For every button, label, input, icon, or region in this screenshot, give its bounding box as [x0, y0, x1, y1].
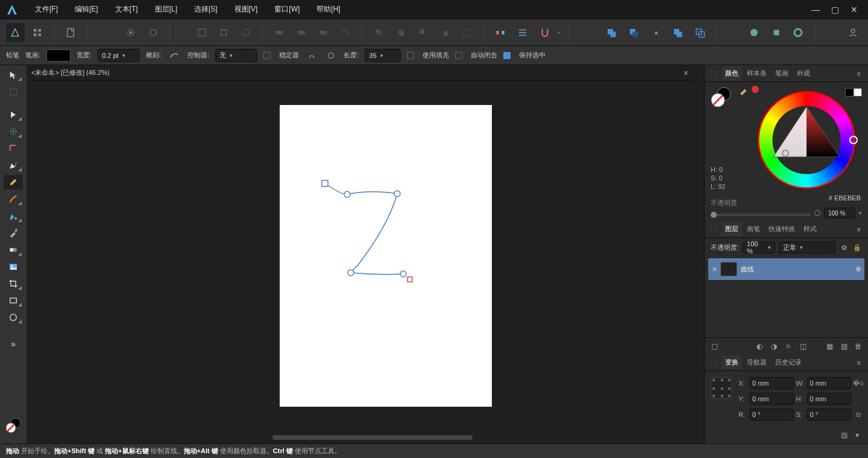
toolbar-snapping-icon[interactable]: [491, 23, 510, 42]
keep-selected-checkbox[interactable]: [503, 52, 511, 59]
tool-point-transform[interactable]: [4, 124, 23, 139]
tool-color-picker[interactable]: [4, 226, 23, 240]
toolbar-bool-xor-icon[interactable]: [668, 23, 687, 42]
delete-layer-icon[interactable]: 🗑: [854, 342, 863, 351]
toolbar-bool-div-icon[interactable]: [691, 23, 709, 42]
layer-settings-icon[interactable]: ✿: [839, 243, 849, 252]
toolbar-account-icon[interactable]: [843, 23, 862, 42]
toolbar-rotate-icon[interactable]: [336, 23, 355, 42]
toolbar-align-panel-icon[interactable]: [458, 23, 477, 42]
tab-layers[interactable]: 图层: [722, 222, 742, 236]
viewport[interactable]: [27, 81, 696, 444]
opacity-value-field[interactable]: 100 %: [824, 208, 855, 218]
adjustment-icon[interactable]: ◑: [769, 342, 779, 351]
use-fill-checkbox[interactable]: [407, 52, 414, 59]
layer-lock-icon[interactable]: 🔒: [852, 243, 862, 252]
tab-swatches[interactable]: 样本条: [743, 66, 770, 80]
eyedropper-icon[interactable]: [738, 84, 749, 97]
tab-navigator[interactable]: 导航器: [743, 355, 770, 369]
window-minimize-icon[interactable]: —: [811, 5, 820, 14]
tool-transparency[interactable]: [4, 243, 23, 257]
toolbar-settings-icon[interactable]: [144, 23, 163, 42]
color-wheel[interactable]: [752, 86, 861, 196]
drag-handle-icon[interactable]: ⋮⋮: [708, 226, 718, 232]
layer-tag-icon[interactable]: ▢: [709, 342, 719, 351]
menu-text[interactable]: 文本[T]: [107, 2, 146, 17]
controller-field[interactable]: 无: [215, 49, 257, 62]
tool-rectangle[interactable]: [4, 293, 23, 308]
layer-item[interactable]: ✕ 曲线: [708, 258, 864, 280]
menu-edit[interactable]: 编辑[E]: [66, 2, 107, 17]
toolbar-order1-icon[interactable]: [370, 23, 388, 42]
toolbar-order4-icon[interactable]: [436, 23, 454, 42]
blend-mode-field[interactable]: 正常: [779, 241, 835, 253]
menu-select[interactable]: 选择[S]: [186, 2, 226, 17]
tool-more[interactable]: »: [4, 337, 23, 351]
toolbar-align3-icon[interactable]: [314, 23, 333, 42]
tool-vector-brush[interactable]: [4, 192, 23, 206]
panel-menu-icon[interactable]: ≡: [854, 358, 864, 367]
toolbar-preferences-icon[interactable]: [122, 23, 140, 42]
layer-opacity-field[interactable]: 100 %: [743, 241, 775, 253]
horizontal-scrollbar[interactable]: [272, 435, 473, 440]
transform-r-field[interactable]: 0 °: [749, 409, 794, 421]
auto-close-checkbox[interactable]: [455, 52, 462, 59]
menu-file[interactable]: 文件[F]: [27, 2, 66, 17]
tool-place-image[interactable]: [4, 259, 23, 274]
stroke-swatch[interactable]: [46, 49, 71, 62]
document-tab[interactable]: <未命名> [已修改] (46.2%) ×: [27, 65, 696, 81]
anchor-widget[interactable]: [711, 377, 732, 399]
toolbar-snap1-icon[interactable]: [192, 23, 211, 42]
tool-pencil[interactable]: [4, 175, 23, 189]
toolbar-align1-icon[interactable]: [270, 23, 289, 42]
menu-help[interactable]: 帮助[H]: [308, 2, 348, 17]
window-close-icon[interactable]: ✕: [850, 5, 858, 14]
align-dropdown-icon[interactable]: ▾: [852, 430, 862, 440]
menu-view[interactable]: 视图[V]: [226, 2, 266, 17]
transform-w-field[interactable]: 0 mm: [807, 377, 852, 389]
toolbar-docsetup-icon[interactable]: [61, 23, 80, 42]
window-maximize-icon[interactable]: ▢: [831, 5, 839, 14]
tab-transform[interactable]: 变换: [722, 355, 742, 369]
toolbar-insert-top-icon[interactable]: [789, 23, 808, 42]
width-field[interactable]: 0.2 pt: [98, 49, 140, 62]
link-rs-icon[interactable]: ⧉: [854, 410, 863, 419]
toolbar-guides-icon[interactable]: [514, 23, 532, 42]
tool-fill[interactable]: [4, 209, 23, 223]
length-field[interactable]: 35: [365, 49, 401, 62]
toolbar-magnet-icon[interactable]: [535, 23, 554, 42]
tool-color-swatch[interactable]: [4, 415, 23, 436]
tab-styles[interactable]: 样式: [800, 222, 820, 236]
add-pixel-layer-icon[interactable]: ▧: [839, 342, 849, 351]
transform-h-field[interactable]: 0 mm: [807, 393, 852, 405]
toolbar-order3-icon[interactable]: [414, 23, 432, 42]
tab-stroke[interactable]: 笔画: [772, 66, 792, 80]
canvas-page[interactable]: [280, 105, 492, 407]
carve-icon[interactable]: [167, 49, 181, 62]
toolbar-snap3-icon[interactable]: [236, 23, 255, 42]
toolbar-order2-icon[interactable]: [392, 23, 410, 42]
tab-brushes[interactable]: 画笔: [743, 222, 764, 236]
panel-menu-icon[interactable]: ≡: [854, 69, 864, 78]
tool-marquee[interactable]: [4, 84, 23, 99]
layer-visibility-icon[interactable]: [856, 267, 861, 272]
transform-x-field[interactable]: 0 mm: [749, 377, 794, 389]
color-selector-icon[interactable]: [709, 86, 732, 110]
opacity-dropdown-icon[interactable]: ▾: [859, 210, 862, 216]
tool-move[interactable]: [4, 68, 23, 82]
menu-window[interactable]: 窗口[W]: [266, 2, 308, 17]
crop-layer-icon[interactable]: ◫: [798, 342, 808, 351]
align-modes-icon[interactable]: ▤: [839, 430, 849, 440]
toolbar-bool-add-icon[interactable]: [602, 23, 621, 42]
persona-designer-icon[interactable]: [6, 23, 25, 42]
fx-icon[interactable]: fx: [784, 342, 793, 351]
toolbar-align2-icon[interactable]: [292, 23, 311, 42]
tab-effects[interactable]: 快速特效: [765, 222, 799, 236]
tool-node[interactable]: [4, 107, 23, 122]
tool-ellipse[interactable]: [4, 310, 23, 325]
toolbar-bool-sub-icon[interactable]: [624, 23, 643, 42]
tab-history[interactable]: 历史记录: [772, 355, 805, 369]
tab-close-icon[interactable]: ×: [681, 68, 691, 78]
toolbar-insert-inside-icon[interactable]: [745, 23, 764, 42]
menu-layer[interactable]: 图层[L]: [146, 2, 186, 17]
